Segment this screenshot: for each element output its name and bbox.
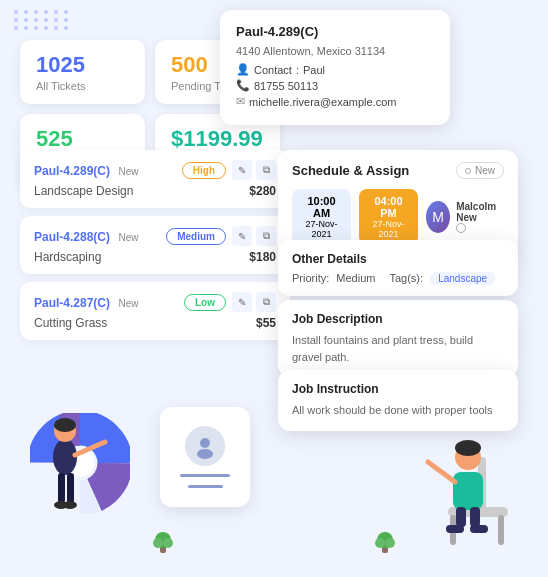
ticket-id: Paul-4.289(C) [34,164,110,178]
contact-name: Paul [303,64,325,76]
svg-rect-18 [453,472,483,510]
svg-point-29 [163,538,173,548]
ticket-list: Paul-4.289(C) New High ✎ ⧉ Landscape Des… [20,150,290,348]
email-icon: ✉ [236,95,245,108]
new-dot [465,168,471,174]
detail-ticket-id: Paul-4.289(C) [236,24,434,39]
svg-rect-22 [456,507,466,527]
mid-line-2 [188,485,223,488]
ticket-name: Cutting Grass [34,316,107,330]
other-details-title: Other Details [292,252,504,266]
main-container: 1025 All Tickets 500 Pending Tickets 525… [0,0,548,577]
ticket-id: Paul-4.288(C) [34,230,110,244]
svg-line-9 [75,442,105,455]
tag-label: Tag(s): Landscape [389,272,495,284]
svg-point-6 [53,439,77,475]
svg-rect-17 [498,515,504,545]
char-right [408,397,538,567]
start-date: 27-Nov-2021 [302,219,341,239]
priority-badge: Low [184,294,226,311]
mid-avatar [185,426,225,466]
plant-right [370,525,400,559]
svg-rect-23 [470,507,480,527]
all-tickets-count: 1025 [36,52,129,78]
detail-card: Paul-4.289(C) 4140 Allentown, Mexico 311… [220,10,450,125]
outstanding-amount: $1199.99 [171,126,264,152]
ticket-item[interactable]: Paul-4.287(C) New Low ✎ ⧉ Cutting Grass … [20,282,290,340]
ticket-price: $55 [256,316,276,330]
svg-point-20 [455,440,481,456]
schedule-title: Schedule & Assign [292,163,409,178]
priority-label: Priority: Medium [292,272,375,284]
ticket-id: Paul-4.287(C) [34,296,110,310]
mid-line-1 [180,474,230,477]
ticket-new: New [118,232,138,243]
job-description-card: Job Description Install fountains and pl… [278,300,518,377]
svg-rect-10 [58,473,65,503]
ticket-new: New [118,166,138,177]
ticket-new: New [118,298,138,309]
job-description-text: Install fountains and plant tress, build… [292,332,504,365]
ticket-item[interactable]: Paul-4.289(C) New High ✎ ⧉ Landscape Des… [20,150,290,208]
svg-rect-24 [446,525,464,533]
svg-point-8 [54,418,76,432]
copy-icon[interactable]: ⧉ [256,292,276,312]
assignee-name: Malcolm New [456,201,504,223]
copy-icon[interactable]: ⧉ [256,226,276,246]
svg-point-13 [63,501,77,509]
end-time-block: 04:00 PM 27-Nov-2021 [359,189,418,245]
ticket-item[interactable]: Paul-4.288(C) New Medium ✎ ⧉ Hardscaping… [20,216,290,274]
svg-point-1 [197,449,213,459]
ticket-price: $280 [249,184,276,198]
ticket-name: Hardscaping [34,250,101,264]
start-time-block: 10:00 AM 27-Nov-2021 [292,189,351,245]
job-instruction-title: Job Instruction [292,382,504,396]
assignee-block: M Malcolm New [426,201,504,233]
email-address: michelle.rivera@example.com [249,96,397,108]
svg-rect-25 [470,525,488,533]
tag-value: Landscape [430,272,495,285]
detail-address: 4140 Allentown, Mexico 31134 [236,45,434,57]
ticket-name: Landscape Design [34,184,133,198]
assignee-avatar: M [426,201,450,233]
phone-number: 81755 50113 [254,80,318,92]
all-tickets-label: All Tickets [36,80,129,92]
completed-count: 525 [36,126,129,152]
svg-point-28 [153,538,163,548]
svg-point-33 [385,538,395,548]
mid-card [160,407,250,507]
phone-icon: 📞 [236,79,250,92]
contact-icon: 👤 [236,63,250,76]
job-description-title: Job Description [292,312,504,326]
edit-icon[interactable]: ✎ [232,292,252,312]
priority-badge: High [182,162,226,179]
assignee-radio [456,223,466,233]
new-label: New [475,165,495,176]
end-date: 27-Nov-2021 [369,219,408,239]
char-left [10,397,130,557]
contact-label: Contact [254,64,292,76]
svg-rect-11 [67,473,74,503]
new-badge: New [456,162,504,179]
svg-point-32 [375,538,385,548]
edit-icon[interactable]: ✎ [232,160,252,180]
contact-colon: : [296,64,299,76]
plant-left [148,525,178,559]
edit-icon[interactable]: ✎ [232,226,252,246]
start-time: 10:00 AM [302,195,341,219]
end-time: 04:00 PM [369,195,408,219]
other-details-card: Other Details Priority: Medium Tag(s): L… [278,240,518,296]
svg-point-0 [200,438,210,448]
svg-line-21 [428,462,455,482]
priority-badge: Medium [166,228,226,245]
ticket-price: $180 [249,250,276,264]
all-tickets-card: 1025 All Tickets [20,40,145,104]
copy-icon[interactable]: ⧉ [256,160,276,180]
